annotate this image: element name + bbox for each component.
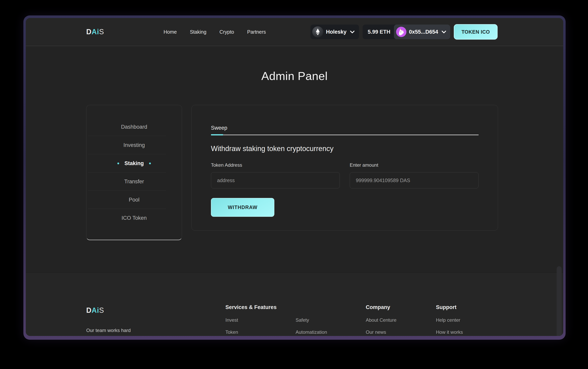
brand-logo-part3: S [99, 28, 104, 36]
withdraw-button[interactable]: WITHDRAW [211, 198, 274, 217]
network-label: Holesky [326, 29, 346, 35]
panel-heading: Withdraw staking token cryptocurrency [211, 145, 479, 153]
nav-link-crypto[interactable]: Crypto [220, 29, 234, 35]
footer-heading-support: Support [436, 304, 506, 311]
header-right: Holesky 5.99 ETH [310, 24, 498, 40]
sidebar-item-label: Pool [129, 197, 139, 203]
tab-underline-track [211, 135, 479, 135]
footer-column-services-2: Safety Automatization [295, 304, 366, 336]
token-address-field: Token Address [211, 162, 340, 189]
unicorn-avatar [396, 27, 406, 37]
nav-link-partners[interactable]: Partners [247, 29, 266, 35]
form-fields: Token Address Enter amount [211, 162, 479, 189]
ethereum-icon [312, 26, 323, 37]
tab-underline [211, 134, 479, 135]
amount-input[interactable] [350, 172, 479, 189]
brand-logo-part3: S [99, 306, 104, 314]
scrollbar-thumb[interactable] [557, 266, 562, 336]
footer-link-automatization[interactable]: Automatization [295, 329, 366, 335]
footer-column-services: Services & Features Invest Token [225, 304, 295, 336]
footer: DAiS Our team works hard Services & Feat… [26, 272, 563, 336]
app-window: DAiS Home Staking Crypto Partners Holesk… [23, 15, 566, 340]
account-address: 0x55...D654 [409, 29, 438, 35]
sweep-panel: Sweep Withdraw staking token cryptocurre… [191, 105, 498, 231]
chevron-down-icon [350, 30, 355, 33]
footer-link-invest[interactable]: Invest [225, 317, 295, 323]
amount-label: Enter amount [350, 162, 479, 168]
footer-heading-company: Company [366, 304, 436, 311]
tab-sweep[interactable]: Sweep [211, 125, 227, 131]
footer-tagline: Our team works hard [86, 328, 131, 333]
footer-column-company: Company About Centure Our news [366, 304, 436, 336]
sidebar-item-label: Dashboard [121, 124, 147, 130]
nav-link-staking[interactable]: Staking [190, 29, 206, 35]
sidebar-item-investing[interactable]: Investing [86, 136, 182, 154]
footer-column-support: Support Help center How it works [436, 304, 506, 336]
brand-logo-part1: D [86, 28, 92, 36]
wallet-chip: 5.99 ETH 0x55...D654 [363, 25, 450, 39]
sidebar-item-label: Transfer [124, 179, 144, 185]
footer-heading-empty [295, 304, 366, 311]
footer-brand-logo[interactable]: DAiS [86, 306, 104, 315]
footer-link-safety[interactable]: Safety [295, 317, 366, 323]
account-menu[interactable]: 0x55...D654 [394, 25, 450, 39]
sidebar-item-label: ICO Token [122, 215, 147, 221]
footer-link-help-center[interactable]: Help center [436, 317, 506, 323]
chevron-down-icon [441, 30, 446, 33]
footer-link-token[interactable]: Token [225, 329, 295, 335]
token-ico-button[interactable]: TOKEN ICO [454, 24, 498, 40]
brand-logo[interactable]: DAiS [86, 28, 104, 36]
sidebar-item-label: Staking [125, 160, 144, 167]
brand-logo-part1: D [86, 306, 92, 314]
nav-link-home[interactable]: Home [164, 29, 177, 35]
admin-sidebar: Dashboard Investing Staking Transfer Poo… [86, 105, 182, 240]
footer-link-how-it-works[interactable]: How it works [436, 329, 506, 335]
footer-columns: Services & Features Invest Token Safety … [225, 304, 506, 336]
header: DAiS Home Staking Crypto Partners Holesk… [26, 18, 563, 46]
app-surface: DAiS Home Staking Crypto Partners Holesk… [26, 18, 563, 336]
page-title: Admin Panel [26, 69, 563, 82]
brand-logo-part2: Ai [92, 306, 99, 314]
tab-underline-active [211, 134, 223, 135]
brand-logo-part2: Ai [92, 28, 99, 36]
active-dot-icon [117, 162, 119, 164]
sidebar-item-label: Investing [123, 142, 145, 148]
sidebar-item-ico-token[interactable]: ICO Token [86, 209, 182, 227]
wallet-balance: 5.99 ETH [368, 29, 390, 35]
active-dot-icon [149, 162, 151, 164]
sidebar-item-pool[interactable]: Pool [86, 191, 182, 209]
token-address-label: Token Address [211, 162, 340, 168]
footer-link-about-centure[interactable]: About Centure [366, 317, 436, 323]
sidebar-item-staking[interactable]: Staking [86, 154, 182, 172]
sidebar-item-transfer[interactable]: Transfer [86, 172, 182, 191]
amount-field: Enter amount [350, 162, 479, 189]
network-select[interactable]: Holesky [310, 25, 359, 39]
main-nav: Home Staking Crypto Partners [164, 29, 266, 35]
sidebar-item-dashboard[interactable]: Dashboard [86, 118, 182, 136]
footer-link-our-news[interactable]: Our news [366, 329, 436, 335]
token-address-input[interactable] [211, 172, 340, 189]
footer-heading-services: Services & Features [225, 304, 295, 311]
